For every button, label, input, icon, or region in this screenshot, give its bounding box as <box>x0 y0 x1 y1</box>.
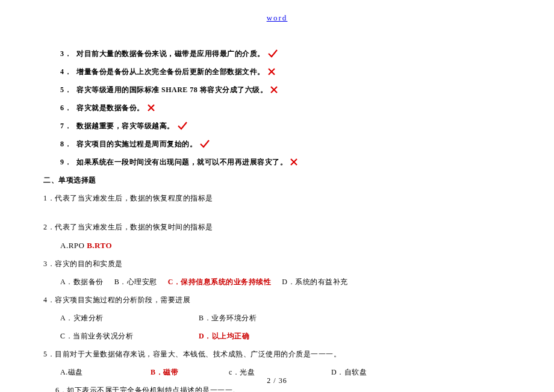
q4-stem: 4．容灾项目实施过程的分析阶段，需要进展 <box>43 294 512 305</box>
q5-stem: 5．目前对于大量数据储存来说，容量大、本钱低、技术成熟、广泛使用的介质是一一一。 <box>43 349 512 359</box>
tf-num: 4． <box>60 66 72 77</box>
tf-item: 3． 对目前大量的数据备份来说，磁带是应用得最广的介质。 <box>60 48 512 59</box>
header-link[interactable]: word <box>42 12 512 24</box>
q2-stem: 2．代表了当灾难发生后，数据的恢复时间的指标是 <box>43 222 512 232</box>
q2-opt-a: A.RPO <box>60 241 87 250</box>
tf-num: 8． <box>60 138 72 149</box>
q4-opt-d-correct: D．以上均正确 <box>199 331 249 341</box>
tick-icon <box>177 121 188 131</box>
q4-opt-a: A．灾难分析 <box>60 313 199 323</box>
tf-item: 5． 容灾等级通用的国际标准 SHARE 78 将容灾分成了六级。 <box>60 84 512 95</box>
page-number: 2 / 36 <box>0 375 554 386</box>
cross-icon <box>147 104 155 112</box>
q3-opt-a: A．数据备份 <box>60 276 104 287</box>
tf-num: 7． <box>60 120 72 131</box>
q3-stem: 3．容灾的目的和实质是 <box>43 258 512 269</box>
tf-text: 如果系统在一段时间没有出现问题，就可以不用再进展容灾了。 <box>76 157 287 167</box>
cross-icon <box>270 86 278 94</box>
tf-num: 9． <box>60 157 72 167</box>
tf-item: 4． 增量备份是备份从上次完全备份后更新的全部数据文件。 <box>60 66 512 77</box>
tf-num: 5． <box>60 84 72 95</box>
q3-opt-c-correct: C．保持信息系统的业务持续性 <box>168 276 272 287</box>
q2-answer: A.RPO B.RTO <box>60 240 512 252</box>
tick-icon <box>199 139 210 149</box>
q3-opt-d: D．系统的有益补充 <box>282 276 347 287</box>
cross-icon <box>267 67 276 76</box>
q4-options-row1: A．灾难分析 B．业务环境分析 <box>60 313 512 323</box>
tick-icon <box>267 49 278 58</box>
q4-options-row2: C．当前业务状况分析 D．以上均正确 <box>60 331 512 341</box>
mc-section-title: 二、单项选择题 <box>43 175 512 185</box>
true-false-section: 3． 对目前大量的数据备份来说，磁带是应用得最广的介质。 4． 增量备份是备份从… <box>60 48 512 393</box>
tf-text: 增量备份是备份从上次完全备份后更新的全部数据文件。 <box>76 66 265 77</box>
tf-item: 6． 容灾就是数据备份。 <box>60 102 512 113</box>
tf-text: 数据越重要，容灾等级越高。 <box>76 120 175 131</box>
tf-item: 9． 如果系统在一段时间没有出现问题，就可以不用再进展容灾了。 <box>60 157 512 167</box>
q4-opt-b: B．业务环境分析 <box>199 313 257 323</box>
tf-item: 7． 数据越重要，容灾等级越高。 <box>60 120 512 131</box>
q2-opt-b-correct: B.RTO <box>87 241 112 250</box>
tf-text: 容灾就是数据备份。 <box>76 102 145 113</box>
tf-text: 对目前大量的数据备份来说，磁带是应用得最广的介质。 <box>76 48 265 59</box>
q3-options: A．数据备份 B．心理安慰 C．保持信息系统的业务持续性 D．系统的有益补充 <box>60 276 512 287</box>
tf-num: 3． <box>60 48 72 59</box>
q4-opt-c: C．当前业务状况分析 <box>60 331 199 341</box>
tf-text: 容灾项目的实施过程是周而复始的。 <box>76 138 197 149</box>
tf-item: 8． 容灾项目的实施过程是周而复始的。 <box>60 138 512 149</box>
tf-num: 6． <box>60 102 72 113</box>
q3-opt-b: B．心理安慰 <box>114 276 157 287</box>
q1-stem: 1．代表了当灾难发生后，数据的恢复程度的指标是 <box>43 193 512 204</box>
tf-text: 容灾等级通用的国际标准 SHARE 78 将容灾分成了六级。 <box>76 84 267 95</box>
cross-icon <box>290 158 298 166</box>
